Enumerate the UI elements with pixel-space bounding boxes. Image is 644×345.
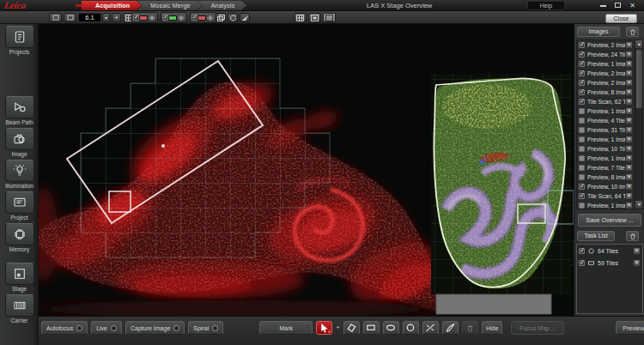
remove-image-button[interactable]: ✕ <box>625 136 633 143</box>
spiral-button[interactable]: Spiral <box>188 321 223 335</box>
line-tool-button[interactable] <box>422 321 439 335</box>
image-list-item[interactable]: Tile Scan, 64 Tiles ✕ <box>577 191 635 201</box>
image-list-item[interactable]: Preview, 4 Tiles ✕ <box>577 116 635 125</box>
image-list-item[interactable]: Preview, 1 Image ✕ <box>577 154 635 163</box>
zoom-dropdown-button[interactable]: ▾ <box>102 13 110 22</box>
layers-icon[interactable] <box>216 13 226 22</box>
image-checkbox[interactable] <box>579 80 585 86</box>
image-checkbox[interactable] <box>579 184 585 190</box>
preview-button[interactable]: Preview <box>616 321 644 335</box>
zoom-in-button[interactable]: + <box>112 13 121 22</box>
image-checkbox[interactable] <box>579 193 585 199</box>
delete-roi-button[interactable] <box>462 321 478 335</box>
tab-analysis[interactable]: Analysis <box>197 1 247 10</box>
image-list-item[interactable]: Preview, 1 Image ✕ <box>577 59 635 69</box>
eye-icon[interactable] <box>206 15 215 21</box>
scroll-up-icon[interactable]: ▲ <box>635 40 643 48</box>
remove-task-button[interactable]: ✕ <box>633 259 641 267</box>
refresh-icon[interactable] <box>228 13 238 22</box>
live-button[interactable]: Live <box>91 321 122 335</box>
task-checkbox[interactable] <box>579 260 585 266</box>
pointer-tool-button[interactable] <box>316 321 332 335</box>
image-list-item[interactable]: Preview, 2 Images ✕ <box>577 40 635 50</box>
sidebar-item-memory[interactable]: Memory <box>3 223 37 252</box>
zoom-value-field[interactable]: 6.1 <box>78 13 101 22</box>
channel-toggle-3[interactable] <box>190 12 216 23</box>
remove-image-button[interactable]: ✕ <box>625 164 633 172</box>
draw-mode-icon[interactable] <box>240 13 250 22</box>
image-list-item[interactable]: Preview, 1 Image ✕ <box>577 201 635 209</box>
circle-tool-button[interactable] <box>403 321 419 335</box>
images-trash-button[interactable] <box>626 27 639 37</box>
channel-toggle-1[interactable] <box>131 12 158 23</box>
image-list-item[interactable]: Preview, 2 Images ✕ <box>577 69 635 78</box>
sidebar-item-projects[interactable]: Projects <box>3 26 37 55</box>
remove-image-button[interactable]: ✕ <box>625 107 633 115</box>
image-checkbox[interactable] <box>579 165 585 171</box>
image-list-item[interactable]: Preview, 2 Images ✕ <box>577 78 635 88</box>
image-list-item[interactable]: Preview, 1 Image ✕ <box>577 135 635 144</box>
image-checkbox[interactable] <box>579 108 585 114</box>
image-checkbox[interactable] <box>579 61 585 67</box>
overview-inset[interactable] <box>431 74 571 294</box>
stage-canvas[interactable] <box>39 24 574 316</box>
image-list-item[interactable]: Preview, 10 Images ✕ <box>577 182 635 191</box>
remove-image-button[interactable]: ✕ <box>625 145 633 153</box>
image-list-item[interactable]: Preview, 31 Tiles ✕ <box>577 125 635 135</box>
sidebar-item-stage[interactable]: Stage <box>3 263 37 292</box>
single-view-button[interactable] <box>308 13 321 22</box>
eye-icon[interactable] <box>148 15 156 21</box>
task-checkbox[interactable] <box>579 248 585 254</box>
remove-task-button[interactable]: ✕ <box>633 247 641 255</box>
remove-image-button[interactable]: ✕ <box>625 98 633 106</box>
close-window-icon[interactable]: ✕ <box>628 2 637 9</box>
remove-image-button[interactable]: ✕ <box>625 183 633 191</box>
image-list-item[interactable]: Preview, 8 Images ✕ <box>577 88 635 97</box>
image-list-item[interactable]: Tile Scan, 62 Tiles ✕ <box>577 97 635 106</box>
eye-icon[interactable] <box>177 15 185 21</box>
capture-image-button[interactable]: Capture Image <box>125 321 185 335</box>
image-checkbox[interactable] <box>579 99 585 105</box>
task-list-item[interactable]: 64 Tiles ✕ <box>577 245 642 257</box>
sidebar-item-project[interactable]: Project <box>3 191 37 221</box>
remove-image-button[interactable]: ✕ <box>625 154 633 162</box>
remove-image-button[interactable]: ✕ <box>625 60 633 68</box>
image-checkbox[interactable] <box>579 127 585 133</box>
remove-image-button[interactable]: ✕ <box>625 41 633 49</box>
image-list-item[interactable]: Preview, 1 Image ✕ <box>577 106 635 116</box>
remove-image-button[interactable]: ✕ <box>625 51 633 58</box>
maximize-icon[interactable] <box>613 2 623 9</box>
nav-forward-button[interactable] <box>64 13 76 22</box>
image-checkbox[interactable] <box>579 136 585 142</box>
save-overview-button[interactable]: Save Overview ... <box>578 214 641 227</box>
image-checkbox[interactable] <box>579 89 585 95</box>
help-button[interactable]: Help <box>527 1 565 10</box>
channel-toggle-2[interactable] <box>161 12 187 23</box>
nav-back-button[interactable] <box>49 13 62 22</box>
task-list-trash-button[interactable] <box>626 231 639 241</box>
image-checkbox[interactable] <box>579 42 585 48</box>
tab-acquisition[interactable]: Acquisition <box>82 1 142 10</box>
ellipse-tool-button[interactable] <box>383 321 399 335</box>
sidebar-item-carrier[interactable]: Carrier <box>3 294 37 324</box>
remove-image-button[interactable]: ✕ <box>625 173 633 181</box>
remove-image-button[interactable]: ✕ <box>625 202 633 209</box>
remove-image-button[interactable]: ✕ <box>625 79 633 87</box>
images-scrollbar[interactable]: ▲ ▼ <box>635 40 642 209</box>
channel-checkbox[interactable] <box>133 15 139 21</box>
task-list-item[interactable]: 59 Tiles ✕ <box>577 257 642 269</box>
close-button[interactable]: Close <box>605 14 637 23</box>
remove-image-button[interactable]: ✕ <box>625 70 633 77</box>
image-list-item[interactable]: Preview, 7 Tiles ✕ <box>577 163 635 172</box>
remove-image-button[interactable]: ✕ <box>625 117 633 124</box>
autofocus-button[interactable]: Autofocus <box>41 321 88 335</box>
channel-checkbox[interactable] <box>162 15 168 21</box>
remove-image-button[interactable]: ✕ <box>625 192 633 200</box>
image-checkbox[interactable] <box>579 203 585 209</box>
remove-image-button[interactable]: ✕ <box>625 88 633 96</box>
sidebar-item-image[interactable]: Image <box>3 128 37 157</box>
channel-checkbox[interactable] <box>191 15 197 21</box>
image-list-item[interactable]: Preview, 10 Tiles ✕ <box>577 144 635 154</box>
image-checkbox[interactable] <box>579 155 585 161</box>
images-header[interactable]: Images <box>577 27 620 37</box>
